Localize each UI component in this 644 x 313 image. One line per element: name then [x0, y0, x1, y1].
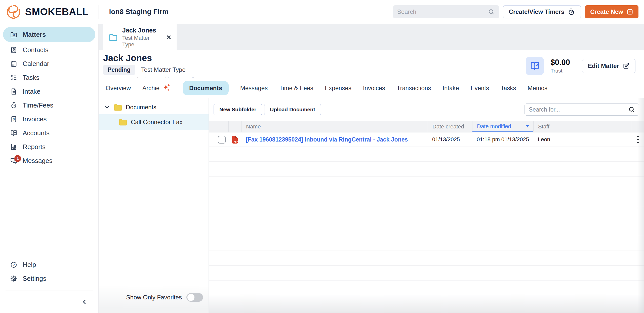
topbar-actions: Create/View Timers Create New: [393, 5, 638, 18]
svg-text:$: $: [13, 117, 15, 121]
upload-document-button[interactable]: Upload Document: [264, 104, 321, 115]
help-circle-icon: ?: [10, 261, 17, 268]
sidebar-item-help[interactable]: ? Help: [0, 258, 98, 272]
svg-text:?: ?: [13, 263, 15, 267]
chat-bubbles-icon: 1: [10, 157, 17, 164]
global-search[interactable]: [393, 5, 499, 18]
edit-matter-button[interactable]: Edit Matter: [582, 59, 635, 73]
tab-documents[interactable]: Documents: [183, 81, 229, 95]
tab-expenses[interactable]: Expenses: [325, 85, 351, 92]
folder-icon: [114, 103, 122, 111]
sidebar-item-label: Contacts: [23, 46, 49, 54]
cell-date-modified: 01:18 pm 01/13/2025: [472, 136, 533, 143]
empty-table-row: [209, 147, 644, 162]
header-date-modified[interactable]: Date modified: [472, 121, 533, 132]
toggle-knob: [187, 294, 194, 301]
show-only-favorites-label: Show Only Favorites: [126, 294, 182, 301]
row-actions-kebab-icon[interactable]: [636, 134, 640, 145]
sidebar-footer: ? Help Settings: [0, 258, 98, 313]
firm-name: ion8 Staging Firm: [109, 8, 169, 16]
tab-messages[interactable]: Messages: [240, 85, 268, 92]
tree-item-call-connector-fax[interactable]: Call Connector Fax: [99, 114, 209, 130]
app-window: SMOKEBALL ion8 Staging Firm Create/View …: [0, 0, 644, 313]
matter-title: Jack Jones: [103, 53, 526, 63]
sidebar-item-time-fees[interactable]: Time/Fees: [0, 98, 98, 112]
matter-tab[interactable]: Jack Jones Test Matter Type: [103, 24, 177, 50]
tab-overview[interactable]: Overview: [106, 85, 131, 92]
empty-table-row: [209, 236, 644, 251]
pdf-file-icon: PDF: [228, 135, 241, 144]
tab-memos[interactable]: Memos: [528, 85, 547, 92]
empty-table-row: [209, 251, 644, 266]
tab-events[interactable]: Events: [471, 85, 489, 92]
book-check-icon: [10, 129, 17, 137]
sidebar-item-matters[interactable]: M Matters: [3, 27, 95, 42]
content-area: Jack Jones Test Matter Type Jack Jones P…: [99, 24, 644, 313]
tab-time-fees[interactable]: Time & Fees: [279, 85, 313, 92]
matter-header: Jack Jones Pending Test Matter Type Matt…: [99, 50, 644, 78]
create-new-label: Create New: [590, 8, 623, 15]
empty-table-row: [209, 266, 644, 281]
matters-folder-icon: M: [10, 31, 17, 38]
new-subfolder-button[interactable]: New Subfolder: [214, 104, 262, 115]
folder-icon: [119, 118, 127, 126]
global-search-input[interactable]: [397, 8, 488, 15]
document-name-link[interactable]: [Fax 1960812395024] Inbound via RingCent…: [246, 136, 408, 143]
sidebar-item-settings[interactable]: Settings: [0, 272, 98, 286]
documents-search[interactable]: [525, 103, 639, 116]
favorites-toggle[interactable]: [186, 293, 203, 302]
search-icon: [628, 106, 635, 113]
sidebar-item-intake[interactable]: Intake: [0, 85, 98, 98]
sidebar-item-label: Settings: [23, 275, 46, 283]
header-filetype-column: [228, 121, 241, 132]
tab-archie[interactable]: Archie: [142, 84, 171, 93]
favorites-footer: Show Only Favorites: [99, 285, 209, 313]
sidebar-item-invoices[interactable]: $ Invoices: [0, 112, 98, 126]
sidebar-item-reports[interactable]: Reports: [0, 140, 98, 154]
tree-item-documents[interactable]: Documents: [99, 100, 209, 114]
tree-item-label: Documents: [126, 104, 156, 111]
create-new-button[interactable]: Create New: [585, 5, 638, 18]
matter-tabstrip: Jack Jones Test Matter Type: [99, 24, 644, 50]
header-spacer: [209, 121, 215, 132]
tab-tasks[interactable]: Tasks: [501, 85, 516, 92]
sort-desc-icon: [526, 125, 529, 127]
tab-transactions[interactable]: Transactions: [397, 85, 431, 92]
documents-search-input[interactable]: [529, 106, 628, 113]
tab-invoices[interactable]: Invoices: [363, 85, 385, 92]
header-staff[interactable]: Staff: [533, 121, 632, 132]
stopwatch-icon: [10, 102, 17, 109]
header-date-created[interactable]: Date created: [428, 121, 472, 132]
edit-matter-label: Edit Matter: [588, 62, 619, 69]
header-name[interactable]: Name: [241, 121, 428, 132]
sidebar-item-accounts[interactable]: Accounts: [0, 126, 98, 140]
sidebar-item-label: Intake: [23, 88, 41, 95]
chevron-down-icon[interactable]: [104, 104, 110, 110]
brand: SMOKEBALL: [6, 4, 89, 20]
sidebar-item-calendar[interactable]: Calendar: [0, 57, 98, 71]
tab-intake[interactable]: Intake: [442, 85, 459, 92]
row-checkbox[interactable]: [218, 136, 226, 144]
collapse-sidebar-chevron-icon[interactable]: [81, 298, 88, 306]
brand-name: SMOKEBALL: [25, 6, 89, 17]
status-badge: Pending: [103, 65, 135, 75]
messages-unread-badge: 1: [14, 155, 21, 162]
table-header: Name Date created Date modified Staff: [209, 121, 644, 132]
header-select-column: [215, 121, 228, 132]
sidebar-item-tasks[interactable]: Tasks: [0, 71, 98, 85]
close-tab-icon[interactable]: [166, 34, 172, 41]
sidebar-item-label: Messages: [23, 157, 53, 165]
sidebar-item-messages[interactable]: 1 Messages: [0, 154, 98, 168]
empty-table-row: [209, 177, 644, 191]
invoice-dollar-icon: $: [10, 116, 17, 123]
svg-text:M: M: [13, 33, 15, 36]
stopwatch-icon: [568, 8, 575, 16]
sidebar-item-contacts[interactable]: Contacts: [0, 43, 98, 57]
create-view-timers-button[interactable]: Create/View Timers: [503, 5, 581, 18]
table-row[interactable]: PDF [Fax 1960812395024] Inbound via Ring…: [209, 132, 644, 147]
sparkle-icon: [162, 84, 171, 93]
documents-toolbar: New Subfolder Upload Document: [209, 98, 644, 121]
trust-account-icon[interactable]: [526, 57, 544, 75]
edit-pencil-icon: [623, 62, 630, 69]
cell-date-created: 01/13/2025: [428, 136, 472, 143]
